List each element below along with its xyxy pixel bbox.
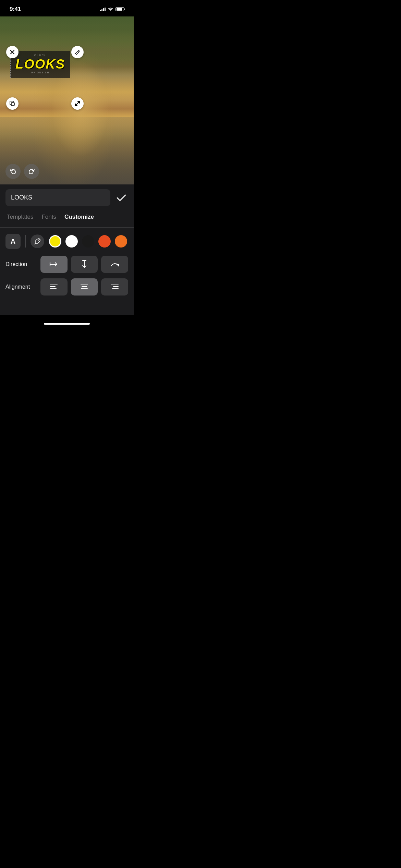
text-overlay-main: LOOKS	[15, 58, 65, 71]
svg-line-3	[75, 101, 80, 106]
status-icons	[100, 7, 124, 12]
sticker-copy-button[interactable]	[6, 97, 19, 110]
alignment-buttons	[40, 278, 128, 296]
confirm-button[interactable]	[114, 191, 128, 205]
tool-divider	[25, 235, 26, 248]
bottom-panel: Templates Fonts Customize A	[0, 184, 134, 315]
alignment-label: Alignment	[5, 284, 36, 290]
direction-buttons	[40, 256, 128, 273]
tab-customize[interactable]: Customize	[64, 212, 94, 222]
align-left-button[interactable]	[40, 278, 68, 296]
color-red-orange[interactable]	[98, 235, 111, 248]
status-bar: 9:41	[0, 0, 134, 16]
home-indicator	[44, 323, 90, 325]
alignment-row: Alignment	[0, 278, 134, 301]
customize-tabs: Templates Fonts Customize	[0, 211, 134, 227]
text-sticker[interactable]: OLDCL LOOKS HR ONE SH	[10, 51, 70, 78]
text-overlay-sub: OLDCL	[15, 54, 65, 57]
wifi-icon	[108, 7, 113, 12]
photo-canvas[interactable]: OLDCL LOOKS HR ONE SH	[0, 16, 134, 184]
text-input-field[interactable]	[5, 189, 110, 206]
direction-row: Direction	[0, 256, 134, 278]
sticker-resize-button[interactable]	[71, 97, 84, 110]
undo-button[interactable]	[5, 164, 21, 179]
direction-vertical-button[interactable]	[71, 256, 98, 273]
color-palette	[49, 235, 128, 248]
svg-point-4	[38, 239, 39, 240]
tab-fonts[interactable]: Fonts	[41, 212, 56, 222]
battery-icon	[116, 7, 124, 11]
align-right-button[interactable]	[101, 278, 128, 296]
eyedropper-button[interactable]	[31, 234, 44, 248]
direction-horizontal-button[interactable]	[40, 256, 68, 273]
color-black[interactable]	[82, 235, 94, 248]
direction-label: Direction	[5, 261, 36, 267]
signal-icon	[100, 7, 106, 11]
font-style-button[interactable]: A	[5, 234, 21, 249]
home-indicator-area	[0, 315, 134, 331]
color-yellow[interactable]	[49, 235, 61, 248]
undo-redo-group	[5, 164, 39, 179]
redo-button[interactable]	[24, 164, 39, 179]
color-orange[interactable]	[115, 235, 127, 248]
text-overlay-bottom: HR ONE SH	[15, 71, 65, 74]
color-white[interactable]	[65, 235, 78, 248]
direction-arc-button[interactable]	[101, 256, 128, 273]
sticker-edit-button[interactable]	[71, 46, 84, 58]
separator	[0, 227, 134, 228]
tools-colors-row: A	[0, 234, 134, 256]
text-input-row	[0, 184, 134, 211]
sticker-close-button[interactable]	[6, 46, 19, 58]
align-center-button[interactable]	[71, 278, 98, 296]
svg-rect-2	[11, 103, 14, 106]
tab-templates[interactable]: Templates	[7, 212, 33, 222]
status-time: 9:41	[10, 6, 21, 13]
